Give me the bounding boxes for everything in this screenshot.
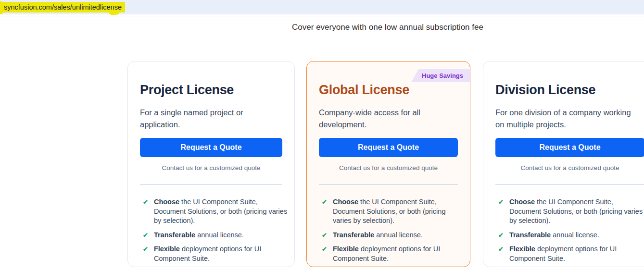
header-divider (0, 16, 644, 16)
feature-item: ✔ Flexible deployment options for UI Com… (322, 245, 455, 263)
huge-savings-badge: Huge Savings (411, 69, 470, 82)
feature-item: ✔ Choose the UI Component Suite, Documen… (498, 197, 644, 226)
page-subtitle: Cover everyone with one low annual subsc… (292, 23, 483, 32)
request-quote-button[interactable]: Request a Quote (495, 138, 644, 157)
feature-item: ✔ Flexible deployment options for UI Com… (143, 245, 288, 263)
feature-text: Flexible deployment options for UI Compo… (333, 245, 455, 263)
card-description: Company-wide access for all development. (319, 107, 458, 131)
card-divider (495, 184, 644, 185)
check-icon: ✔ (498, 245, 504, 263)
card-title: Division License (495, 83, 595, 98)
feature-item: ✔ Choose the UI Component Suite, Documen… (322, 197, 455, 226)
pricing-card-project: Project License For a single named proje… (127, 61, 295, 267)
feature-text: Choose the UI Component Suite, Document … (333, 197, 455, 226)
contact-quote-link[interactable]: Contact us for a customized quote (483, 164, 644, 171)
check-icon: ✔ (322, 197, 327, 226)
pricing-card-division: Division License For one division of a c… (483, 61, 644, 267)
card-divider (319, 184, 458, 185)
card-description: For one division of a company working on… (495, 107, 634, 131)
check-icon: ✔ (322, 245, 327, 263)
check-icon: ✔ (143, 245, 148, 263)
request-quote-button[interactable]: Request a Quote (319, 138, 458, 157)
feature-item: ✔ Choose the UI Component Suite, Documen… (143, 197, 288, 226)
feature-text: Transferable annual license. (154, 231, 244, 240)
contact-quote-link[interactable]: Contact us for a customized quote (128, 164, 294, 171)
feature-list: ✔ Choose the UI Component Suite, Documen… (322, 197, 455, 268)
check-icon: ✔ (498, 197, 504, 226)
card-title: Project License (140, 83, 234, 98)
check-icon: ✔ (322, 231, 327, 240)
contact-quote-link[interactable]: Contact us for a customized quote (307, 164, 470, 171)
pricing-card-global: Huge Savings Global License Company-wide… (306, 61, 470, 267)
url-input[interactable]: syncfusion.com/sales/unlimitedlicense (3, 2, 125, 12)
card-divider (140, 184, 282, 185)
check-icon: ✔ (498, 231, 504, 240)
address-bar: syncfusion.com/sales/unlimitedlicense (0, 0, 644, 14)
feature-text: Transferable annual license. (333, 231, 423, 240)
feature-item: ✔ Transferable annual license. (322, 231, 455, 240)
request-quote-button[interactable]: Request a Quote (140, 138, 282, 157)
feature-item: ✔ Flexible deployment options for UI Com… (498, 245, 644, 263)
feature-text: Flexible deployment options for UI Compo… (509, 245, 644, 263)
check-icon: ✔ (143, 197, 148, 226)
feature-item: ✔ Transferable annual license. (498, 231, 644, 240)
feature-list: ✔ Choose the UI Component Suite, Documen… (143, 197, 288, 268)
feature-text: Choose the UI Component Suite, Document … (509, 197, 644, 226)
card-title: Global License (319, 83, 409, 98)
feature-text: Flexible deployment options for UI Compo… (154, 245, 288, 263)
feature-list: ✔ Choose the UI Component Suite, Documen… (498, 197, 644, 268)
feature-text: Choose the UI Component Suite, Document … (154, 197, 288, 226)
check-icon: ✔ (143, 231, 148, 240)
feature-text: Transferable annual license. (509, 231, 599, 240)
card-description: For a single named project or applicatio… (140, 107, 283, 131)
feature-item: ✔ Transferable annual license. (143, 231, 288, 240)
